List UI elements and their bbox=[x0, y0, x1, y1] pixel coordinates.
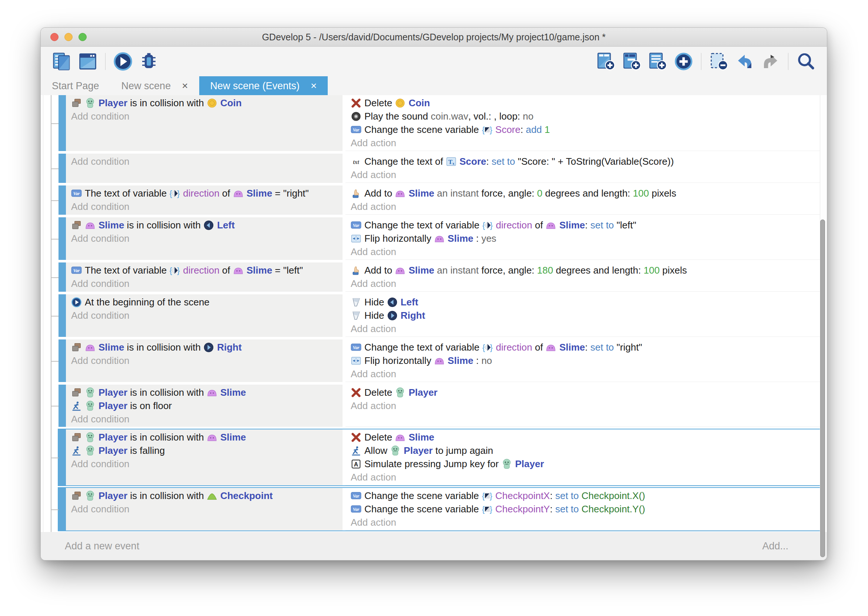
action-item[interactable]: VarChange the scene variable {}Checkpoin… bbox=[346, 489, 820, 502]
gdevelop-window: GDevelop 5 - /Users/david/Documents/GDev… bbox=[41, 28, 827, 560]
project-manager-button[interactable] bbox=[51, 51, 72, 72]
text-segment: Slime bbox=[220, 432, 246, 443]
add-action-button[interactable]: Add action bbox=[346, 245, 820, 258]
action-item[interactable]: Delete Player bbox=[346, 386, 820, 399]
event-handle[interactable] bbox=[58, 262, 66, 292]
action-item[interactable]: Hide Right bbox=[346, 309, 820, 322]
action-item[interactable]: txtChange the text of TxScore: set to "S… bbox=[346, 155, 820, 168]
event-handle[interactable] bbox=[58, 339, 66, 382]
add-button[interactable]: Add... bbox=[762, 541, 788, 552]
svg-text:Var: Var bbox=[353, 127, 360, 132]
player-icon bbox=[85, 401, 96, 411]
action-item[interactable]: VarChange the scene variable {}Score: ad… bbox=[346, 123, 820, 136]
action-item[interactable]: Add to Slime an instant force, angle: 0 … bbox=[346, 187, 820, 200]
zoom-window-button[interactable] bbox=[79, 33, 86, 41]
condition-item[interactable]: Player is falling bbox=[66, 444, 343, 457]
delete-event-button[interactable] bbox=[708, 51, 730, 72]
condition-item[interactable]: Player is in collision with Slime bbox=[66, 431, 343, 444]
condition-item[interactable]: VarThe text of variable {}direction of S… bbox=[66, 264, 343, 277]
event-handle[interactable] bbox=[58, 429, 66, 485]
text-segment: add bbox=[526, 124, 545, 135]
play-button[interactable] bbox=[112, 51, 134, 72]
action-item[interactable]: Allow Player to jump again bbox=[346, 444, 820, 457]
event-handle[interactable] bbox=[58, 185, 66, 215]
event-handle[interactable] bbox=[58, 217, 66, 260]
add-condition-button[interactable]: Add condition bbox=[66, 412, 343, 426]
add-action-button[interactable]: Add action bbox=[346, 322, 820, 335]
condition-item[interactable]: Player is on floor bbox=[66, 399, 343, 412]
tab-new-scene[interactable]: New scene× bbox=[110, 76, 199, 96]
condition-item[interactable]: At the beginning of the scene bbox=[66, 295, 343, 309]
text-segment: Slime bbox=[99, 342, 124, 353]
event-handle[interactable] bbox=[58, 95, 66, 151]
add-circle-button[interactable] bbox=[673, 51, 694, 72]
debug-button[interactable] bbox=[138, 51, 160, 72]
action-item[interactable]: Flip horizontally Slime : no bbox=[346, 354, 820, 367]
add-condition-button[interactable]: Add condition bbox=[66, 354, 343, 367]
event-row: Player is in collision with SlimePlayer … bbox=[58, 385, 820, 427]
action-item[interactable]: Play the sound coin.wav, vol.: , loop: n… bbox=[346, 110, 820, 123]
add-action-button[interactable]: Add action bbox=[346, 399, 820, 412]
action-item[interactable]: Delete Slime bbox=[346, 431, 820, 444]
condition-item[interactable]: Slime is in collision with Left bbox=[66, 218, 343, 232]
tab-start-page[interactable]: Start Page bbox=[41, 76, 110, 96]
add-condition-button[interactable]: Add condition bbox=[66, 155, 343, 168]
minimize-window-button[interactable] bbox=[64, 33, 72, 41]
add-condition-button[interactable]: Add condition bbox=[66, 200, 343, 213]
text-segment: The text of variable bbox=[85, 188, 169, 199]
action-item[interactable]: VarChange the text of variable {}directi… bbox=[346, 341, 820, 354]
event-handle[interactable] bbox=[58, 488, 66, 531]
event-handle[interactable] bbox=[58, 294, 66, 337]
add-condition-button[interactable]: Add condition bbox=[66, 502, 343, 516]
add-action-button[interactable]: Add action bbox=[346, 516, 820, 529]
tab-new-scene-events[interactable]: New scene (Events)× bbox=[199, 76, 328, 96]
undo-button[interactable] bbox=[734, 51, 755, 72]
var-icon: Var bbox=[351, 124, 362, 135]
add-condition-button[interactable]: Add condition bbox=[66, 309, 343, 322]
tab-close-icon[interactable]: × bbox=[182, 81, 188, 91]
add-condition-button[interactable]: Add condition bbox=[66, 232, 343, 245]
actions-cell: Delete PlayerAdd action bbox=[346, 385, 820, 427]
add-action-button[interactable]: Add action bbox=[346, 168, 820, 181]
add-action-button[interactable]: Add action bbox=[346, 277, 820, 290]
add-condition-button[interactable]: Add condition bbox=[66, 457, 343, 470]
add-event-button[interactable] bbox=[595, 51, 616, 72]
action-item[interactable]: VarChange the scene variable {}Checkpoin… bbox=[346, 502, 820, 516]
add-action-button[interactable]: Add action bbox=[346, 367, 820, 380]
event-handle[interactable] bbox=[58, 154, 66, 183]
add-comment-button[interactable] bbox=[647, 51, 668, 72]
add-subevent-button[interactable] bbox=[621, 51, 643, 72]
add-action-button[interactable]: Add action bbox=[346, 200, 820, 213]
action-item[interactable]: Add to Slime an instant force, angle: 18… bbox=[346, 264, 820, 277]
condition-item[interactable]: VarThe text of variable {}direction of S… bbox=[66, 187, 343, 200]
add-action-button[interactable]: Add action bbox=[346, 136, 820, 149]
condition-item[interactable]: Player is in collision with Checkpoint bbox=[66, 489, 343, 502]
condition-item[interactable]: Slime is in collision with Right bbox=[66, 341, 343, 354]
action-item[interactable]: Flip horizontally Slime : yes bbox=[346, 232, 820, 245]
search-button[interactable] bbox=[795, 51, 816, 72]
events-panel: Player is in collision with CoinAdd cond… bbox=[41, 95, 827, 532]
text-segment: Left bbox=[401, 297, 418, 308]
event-handle[interactable] bbox=[58, 385, 66, 427]
add-action-button[interactable]: Add action bbox=[346, 470, 820, 484]
text-segment: force, angle: bbox=[481, 265, 537, 276]
actions-cell: Hide LeftHide RightAdd action bbox=[346, 294, 820, 337]
action-item[interactable]: Delete Coin bbox=[346, 96, 820, 110]
text-segment: set to bbox=[555, 503, 581, 515]
scrollbar-thumb[interactable] bbox=[820, 220, 825, 557]
scene-editor-button[interactable] bbox=[77, 51, 99, 72]
action-item[interactable]: ASimulate pressing Jump key for Player bbox=[346, 457, 820, 470]
scene-editor-icon bbox=[78, 52, 98, 71]
condition-item[interactable]: Player is in collision with Slime bbox=[66, 386, 343, 399]
add-condition-button[interactable]: Add condition bbox=[66, 277, 343, 290]
close-window-button[interactable] bbox=[50, 33, 58, 41]
svg-text:Var: Var bbox=[73, 191, 80, 196]
redo-button[interactable] bbox=[760, 51, 782, 72]
add-new-event-button[interactable]: Add a new event bbox=[65, 541, 139, 552]
action-item[interactable]: VarChange the text of variable {}directi… bbox=[346, 218, 820, 232]
right-icon bbox=[203, 342, 214, 353]
condition-item[interactable]: Player is in collision with Coin bbox=[66, 96, 343, 110]
add-condition-button[interactable]: Add condition bbox=[66, 110, 343, 123]
tab-close-icon[interactable]: × bbox=[311, 81, 317, 91]
action-item[interactable]: Hide Left bbox=[346, 295, 820, 309]
